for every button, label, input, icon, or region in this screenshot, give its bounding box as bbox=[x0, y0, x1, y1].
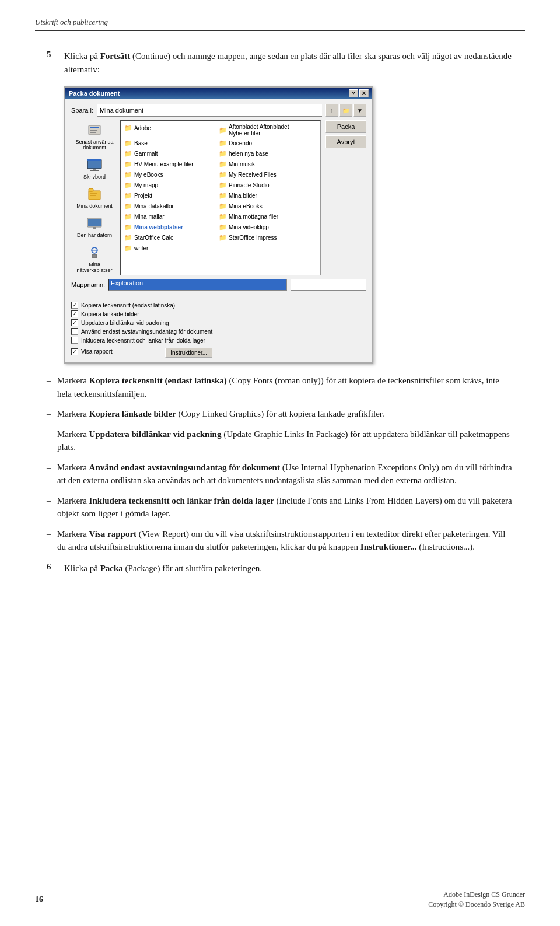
sidebar-network[interactable]: Mina nätverksplatser bbox=[71, 243, 118, 275]
toolbar-menu-btn[interactable]: ▼ bbox=[354, 104, 366, 117]
folder-icon bbox=[124, 191, 132, 200]
cb-row-2: Kopiera länkade bilder bbox=[71, 310, 212, 317]
file-label: helen nya base bbox=[229, 151, 268, 157]
bullet-bold-5: Inkludera teckensnitt och länkar från do… bbox=[89, 496, 274, 505]
footer-page-number: 16 bbox=[35, 895, 43, 904]
file-helen[interactable]: helen nya base bbox=[218, 149, 311, 158]
file-label: Mina eBooks bbox=[229, 203, 262, 209]
mydocs-icon bbox=[85, 187, 104, 202]
file-myreceived[interactable]: My Received Files bbox=[218, 170, 311, 179]
file-socalc[interactable]: StarOffice Calc bbox=[123, 233, 216, 242]
folder-icon bbox=[219, 191, 227, 200]
cb-inkludera[interactable] bbox=[71, 337, 78, 344]
toolbar-up-btn[interactable]: ↑ bbox=[326, 104, 338, 117]
file-ebooks[interactable]: Mina eBooks bbox=[218, 201, 311, 211]
bullet-dash-1: – bbox=[47, 374, 57, 387]
file-label: HV Menu example-filer bbox=[134, 161, 194, 167]
bullet-para-3: – Markera Uppdatera bildlänkar vid packn… bbox=[47, 428, 513, 454]
file-bilder[interactable]: Mina bilder bbox=[218, 191, 311, 200]
footer-line2: Copyright © Docendo Sverige AB bbox=[428, 900, 525, 910]
step5-text-before: Klicka på bbox=[64, 51, 100, 61]
file-label: My eBooks bbox=[134, 172, 163, 178]
dialog-body: Spara i: Mina dokument ↑ 📁 ▼ bbox=[65, 99, 372, 362]
filetype-select[interactable] bbox=[290, 279, 366, 291]
file-musik[interactable]: Min musik bbox=[218, 159, 311, 169]
file-projekt[interactable]: Projekt bbox=[123, 191, 216, 200]
bullet-content-5: Markera Inkludera teckensnitt och länkar… bbox=[57, 494, 513, 520]
folder-icon bbox=[124, 244, 132, 252]
folder-icon bbox=[124, 170, 132, 179]
cb-kopiera-teckensnitt[interactable] bbox=[71, 302, 78, 309]
sidebar-mydocs-label: Mina dokument bbox=[76, 203, 113, 209]
svg-rect-7 bbox=[90, 170, 99, 171]
instructions-button[interactable]: Instruktioner... bbox=[165, 348, 212, 358]
save-dropdown[interactable]: Mina dokument bbox=[97, 104, 322, 117]
file-base[interactable]: Base bbox=[123, 138, 216, 148]
file-pinnacle[interactable]: Pinnacle Studio bbox=[218, 180, 311, 190]
file-myebooks[interactable]: My eBooks bbox=[123, 170, 216, 179]
svg-rect-1 bbox=[90, 127, 99, 128]
cb-uppdatera[interactable] bbox=[71, 319, 78, 326]
bullet-dash-2: – bbox=[47, 407, 57, 421]
dialog-close-button[interactable]: ✕ bbox=[359, 89, 369, 97]
bullet-dash-6: – bbox=[47, 527, 57, 541]
file-hv[interactable]: HV Menu example-filer bbox=[123, 159, 216, 169]
sidebar-recent[interactable]: Senast använda dokument bbox=[71, 120, 118, 153]
folder-icon bbox=[219, 149, 227, 158]
folder-icon bbox=[219, 233, 227, 242]
bullet-bold-4: Använd endast avstavningsundantag för do… bbox=[89, 463, 280, 472]
file-adobe[interactable]: Adobe bbox=[123, 123, 216, 132]
sidebar-desktop[interactable]: Skrivbord bbox=[71, 155, 118, 182]
folder-icon bbox=[124, 149, 132, 158]
sidebar-computer[interactable]: Den här datorn bbox=[71, 214, 118, 240]
toolbar-area: ↑ 📁 ▼ bbox=[326, 104, 366, 117]
file-docendo[interactable]: Docendo bbox=[218, 138, 311, 148]
filename-input[interactable]: Exploration bbox=[108, 279, 287, 291]
bullet-dash-5: – bbox=[47, 494, 57, 508]
file-datakallor[interactable]: Mina datakällor bbox=[123, 201, 216, 211]
network-icon bbox=[85, 245, 104, 260]
folder-icon bbox=[219, 139, 227, 147]
svg-rect-14 bbox=[93, 227, 96, 229]
cb-visa-rapport[interactable] bbox=[71, 348, 78, 355]
cb-avstavning[interactable] bbox=[71, 328, 78, 335]
content-area: 5 Klicka på Fortsätt (Continue) och namn… bbox=[35, 50, 525, 575]
bullet-bold-2: Kopiera länkade bilder bbox=[89, 409, 176, 418]
sidebar-mydocs[interactable]: Mina dokument bbox=[71, 184, 118, 211]
recent-icon bbox=[85, 123, 104, 138]
file-mallar[interactable]: Mina mallar bbox=[123, 212, 216, 221]
save-row: Spara i: Mina dokument ↑ 📁 ▼ bbox=[71, 104, 366, 117]
file-label: Gammalt bbox=[134, 151, 158, 157]
save-location-text: Mina dokument bbox=[100, 107, 144, 114]
file-label: Pinnacle Studio bbox=[229, 182, 270, 188]
step5-row: 5 Klicka på Fortsätt (Continue) och namn… bbox=[47, 50, 513, 76]
bullet-dash-4: – bbox=[47, 461, 57, 474]
step6-text-after: (Package) för att slutföra paketeringen. bbox=[123, 564, 262, 573]
cb-label-1: Kopiera teckensnitt (endast latinska) bbox=[81, 302, 175, 309]
packa-button[interactable]: Packa bbox=[326, 120, 366, 133]
svg-rect-6 bbox=[93, 169, 96, 170]
file-videoklipp[interactable]: Mina videoklipp bbox=[218, 222, 311, 232]
file-webbplatser[interactable]: Mina webbplatser bbox=[123, 222, 216, 232]
file-mottagna[interactable]: Mina mottagna filer bbox=[218, 212, 311, 221]
file-writer[interactable]: writer bbox=[123, 243, 216, 253]
dialog-help-button[interactable]: ? bbox=[349, 89, 358, 97]
folder-icon bbox=[219, 160, 227, 168]
file-aftonbladet[interactable]: Aftonbladet Aftonbladet Nyheter-filer bbox=[218, 123, 311, 137]
bullet-section: – Markera Kopiera teckensnitt (endast la… bbox=[47, 374, 513, 554]
file-soimpress[interactable]: StarOffice Impress bbox=[218, 233, 311, 242]
file-mymapp[interactable]: My mapp bbox=[123, 180, 216, 190]
file-list-area: Adobe Aftonbladet Aftonbladet Nyheter-fi… bbox=[120, 120, 321, 275]
sidebar-recent-label: Senast använda dokument bbox=[72, 139, 117, 151]
dialog-title: Packa dokument bbox=[69, 90, 120, 97]
svg-rect-9 bbox=[89, 188, 93, 191]
markera-label-6: Markera bbox=[57, 529, 89, 539]
folder-icon bbox=[219, 202, 227, 210]
page-container: Utskrift och publicering 5 Klicka på For… bbox=[0, 0, 560, 926]
cb-kopiera-bilder[interactable] bbox=[71, 310, 78, 317]
file-gammalt[interactable]: Gammalt bbox=[123, 149, 216, 158]
cb-row-4: Använd endast avstavningsundantag för do… bbox=[71, 328, 212, 335]
avbryt-button[interactable]: Avbryt bbox=[326, 135, 366, 148]
checkboxes-area: Kopiera teckensnitt (endast latinska) Ko… bbox=[71, 298, 212, 358]
toolbar-new-btn[interactable]: 📁 bbox=[340, 104, 352, 117]
